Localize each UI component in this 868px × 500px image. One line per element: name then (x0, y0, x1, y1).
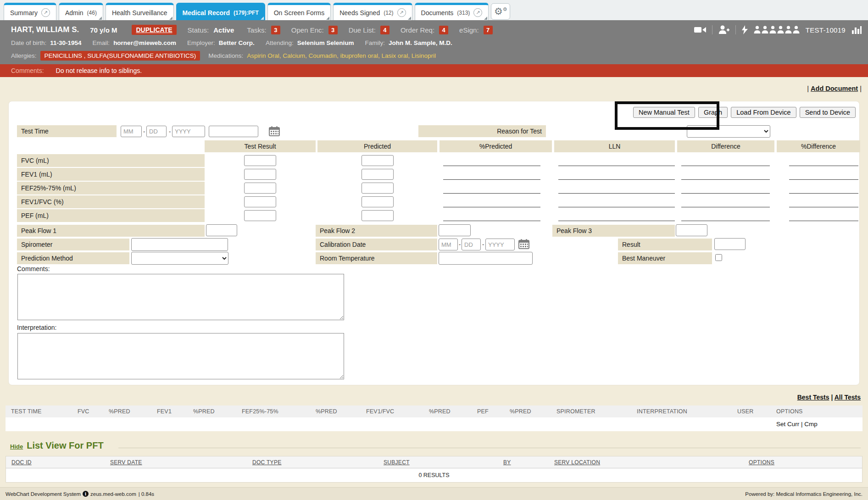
pef-test-result-input[interactable] (244, 210, 276, 221)
footer-host[interactable]: zeus.med-web.com (90, 491, 136, 497)
footer-bar: WebChart Development System i zeus.med-w… (0, 487, 868, 500)
dcol-serv-date[interactable]: SERV DATE (110, 459, 142, 466)
result-input[interactable] (714, 238, 746, 250)
settings-button[interactable]: ⚙⚙ (491, 3, 510, 20)
fev1-test-result-input[interactable] (244, 169, 276, 180)
test-time-month-input[interactable] (121, 126, 142, 137)
rcol-pred5: %PRED (510, 408, 531, 415)
cmp-link[interactable]: Cmp (804, 421, 818, 428)
rcol-pred1: %PRED (109, 408, 130, 415)
fvc-lln-blank (558, 154, 675, 166)
pef-predicted-input[interactable] (362, 210, 394, 221)
calendar-icon[interactable] (518, 239, 529, 251)
fev1-fvc-percent-predicted-blank (443, 195, 540, 207)
best-maneuver-checkbox[interactable] (715, 254, 722, 261)
new-manual-test-button[interactable]: New Manual Test (633, 107, 695, 118)
fvc-predicted-input[interactable] (362, 155, 394, 166)
order-req-label: Order Req: (401, 26, 434, 34)
patient-portal-users-icons[interactable] (754, 26, 800, 34)
dcol-serv-location[interactable]: SERV LOCATION (554, 459, 600, 466)
allergies-badge[interactable]: PENICILLINS , SULFA(SULFONAMIDE ANTIBIOT… (40, 51, 200, 61)
fev1-fvc-predicted-input[interactable] (362, 196, 394, 207)
room-temperature-input[interactable] (439, 252, 533, 265)
header-icons: TEST-10019 (694, 25, 862, 34)
peak-flow-1-input[interactable] (206, 224, 237, 236)
dcol-options[interactable]: OPTIONS (749, 459, 774, 466)
pft-form-panel: New Manual Test Graph Load From Device S… (8, 101, 860, 385)
pef-lln-blank (558, 209, 675, 221)
flash-icon[interactable] (742, 25, 748, 34)
interpretation-textarea[interactable] (17, 333, 344, 379)
fef-test-result-input[interactable] (244, 183, 276, 194)
rcol-fev1-fvc: FEV1/FVC (366, 408, 394, 415)
popout-icon[interactable]: ↗ (41, 8, 50, 17)
chart-icon[interactable] (851, 25, 862, 34)
test-time-day-input[interactable] (146, 126, 167, 137)
spirometer-input[interactable] (131, 238, 228, 251)
calibration-month-input[interactable] (439, 239, 458, 250)
best-tests-link[interactable]: Best Tests (797, 394, 829, 401)
peak-flow-2-input[interactable] (439, 224, 471, 236)
add-document-link[interactable]: Add Document (811, 85, 858, 92)
fef-predicted-input[interactable] (362, 183, 394, 194)
all-tests-link[interactable]: All Tests (835, 394, 861, 401)
video-camera-icon[interactable] (694, 26, 706, 34)
fef-percent-predicted-blank (443, 182, 540, 194)
dcol-doc-id[interactable]: DOC ID (11, 459, 32, 466)
add-user-icon[interactable] (718, 25, 729, 34)
row-label-fev1-fvc: FEV1/FVC (%) (17, 195, 205, 208)
prediction-method-select[interactable] (131, 252, 228, 265)
webchart-pft-page: { "ui": { "pipe": "|", "dash": "-" }, "c… (0, 0, 868, 500)
duplicate-badge[interactable]: DUPLICATE (132, 25, 176, 35)
esign-label: eSign: (459, 26, 479, 34)
medications-label: Medications: (208, 52, 243, 59)
result-label: Result (618, 239, 712, 250)
open-enc-count-badge[interactable]: 3 (328, 26, 338, 34)
tab-summary[interactable]: Summary ↗ (4, 3, 56, 20)
email-value[interactable]: horner@mieweb.com (113, 39, 176, 46)
calendar-icon[interactable] (269, 126, 280, 138)
test-time-time-input[interactable] (209, 126, 258, 137)
set-curr-link[interactable]: Set Curr (776, 421, 799, 428)
load-from-device-button[interactable]: Load From Device (731, 107, 796, 118)
medications-list[interactable]: Aspirin Oral, Calcium, Coumadin, ibuprof… (247, 52, 436, 59)
fev1-percent-difference-blank (789, 168, 858, 180)
spirometer-label: Spirometer (17, 239, 129, 250)
col-difference: Difference (677, 140, 774, 152)
fvc-test-result-input[interactable] (244, 155, 276, 166)
tab-on-screen-forms[interactable]: On Screen Forms (267, 3, 331, 20)
dcol-doc-type[interactable]: DOC TYPE (252, 459, 282, 466)
tab-medical-record[interactable]: Medical Record (179):PFT (176, 3, 265, 20)
pft-comments-textarea[interactable] (17, 274, 344, 320)
rcol-fev1: FEV1 (157, 408, 172, 415)
send-to-device-button[interactable]: Send to Device (800, 107, 856, 118)
hide-link[interactable]: Hide (10, 443, 23, 450)
tab-health-surveillance[interactable]: Health Surveillance (106, 3, 174, 20)
tab-documents[interactable]: Documents (313) ↗ (415, 3, 489, 20)
reason-for-test-select[interactable] (687, 125, 770, 138)
calibration-day-input[interactable] (462, 239, 481, 250)
tasks-count-badge[interactable]: 3 (271, 26, 280, 34)
calibration-year-input[interactable] (485, 239, 515, 250)
dcol-by[interactable]: BY (503, 459, 511, 466)
popout-icon[interactable]: ↗ (397, 8, 406, 17)
due-list-count-badge[interactable]: 4 (380, 26, 389, 34)
peak-flow-3-input[interactable] (676, 224, 707, 236)
esign-count-badge[interactable]: 7 (484, 26, 493, 34)
pft-comments-label: Comments: (17, 265, 50, 272)
graph-button[interactable]: Graph (698, 107, 728, 118)
footer-powered-by: Powered by: Medical Informatics Engineer… (745, 491, 862, 497)
calibration-date-label: Calibration Date (316, 239, 437, 250)
popout-icon[interactable]: ↗ (473, 8, 482, 17)
info-icon[interactable]: i (83, 491, 89, 497)
order-req-count-badge[interactable]: 4 (439, 26, 448, 34)
tab-admin[interactable]: Admin (46) (59, 3, 103, 20)
fev1-predicted-input[interactable] (362, 169, 394, 180)
test-time-year-input[interactable] (172, 126, 205, 137)
rcol-pred4: %PRED (429, 408, 451, 415)
fev1-fvc-test-result-input[interactable] (244, 196, 276, 207)
tab-needs-signed[interactable]: Needs Signed (12) ↗ (333, 3, 412, 20)
list-view-title: List View For PFT (27, 440, 103, 451)
dcol-subject[interactable]: SUBJECT (384, 459, 410, 466)
room-temperature-label: Room Temperature (316, 252, 437, 264)
